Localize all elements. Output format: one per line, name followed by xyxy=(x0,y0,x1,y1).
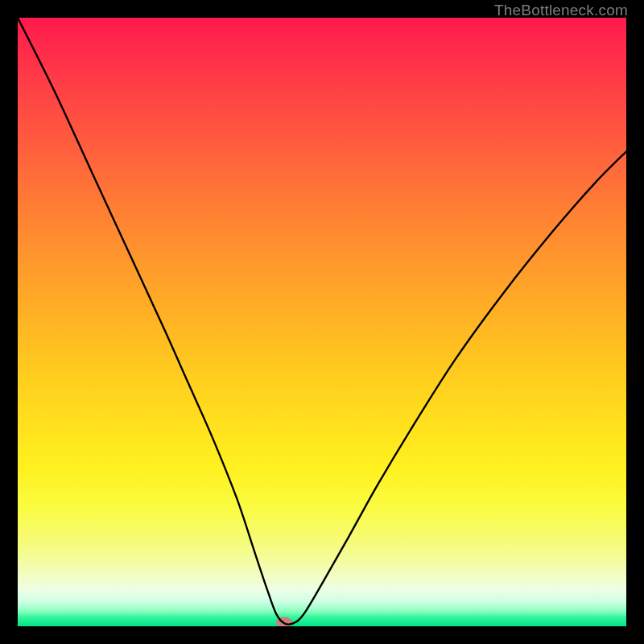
chart-frame: TheBottleneck.com xyxy=(0,0,644,644)
plot-area xyxy=(18,18,626,626)
watermark-text: TheBottleneck.com xyxy=(494,2,628,19)
bottleneck-curve xyxy=(18,18,626,626)
